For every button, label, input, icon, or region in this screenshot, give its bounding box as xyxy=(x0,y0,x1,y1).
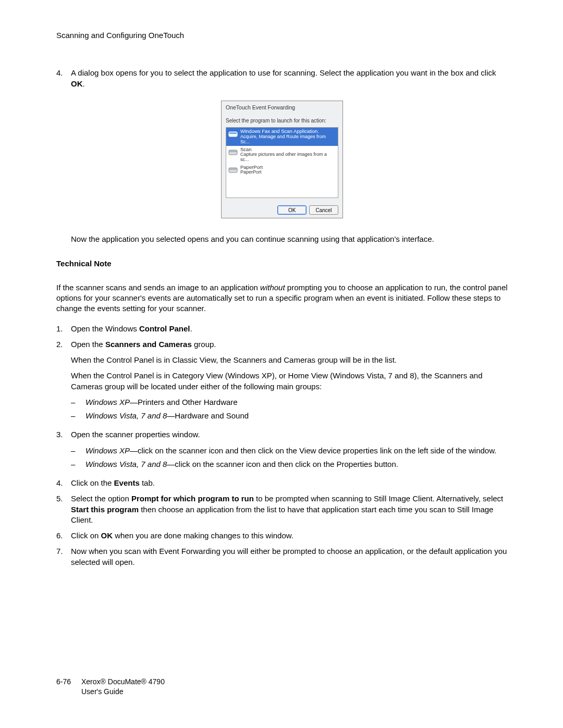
paragraph: If the scanner scans and sends an image … xyxy=(56,282,508,314)
text: —Printers and Other Hardware xyxy=(130,398,238,406)
italic-text: without xyxy=(260,283,285,292)
dash: – xyxy=(71,446,85,456)
scanner-icon xyxy=(228,147,238,157)
step-number: 4. xyxy=(56,478,71,488)
dash-list: –Windows XP—click on the scanner icon an… xyxy=(71,446,508,470)
bold-text: Start this program xyxy=(71,505,139,514)
scanner-icon xyxy=(228,165,238,175)
text: when you are done making changes to this… xyxy=(113,531,293,540)
footer-line-1: Xerox® DocuMate® 4790 xyxy=(81,677,165,686)
text: Click on the xyxy=(71,478,114,487)
step-3: 3. Open the scanner properties window. –… xyxy=(71,429,508,473)
list-item[interactable]: PaperPort PaperPort xyxy=(226,164,338,176)
bold-text: OK xyxy=(71,79,83,88)
step-text: A dialog box opens for you to select the… xyxy=(71,68,508,89)
italic-text: Windows Vista, 7 and 8 xyxy=(85,460,167,468)
step-4b: 4. Click on the Events tab. xyxy=(71,478,508,488)
text: A dialog box opens for you to select the… xyxy=(71,68,496,77)
step-4: 4. A dialog box opens for you to select … xyxy=(56,68,508,89)
step-number: 2. xyxy=(56,339,71,425)
technical-note-heading: Technical Note xyxy=(56,258,508,269)
dash-text: Windows XP—click on the scanner icon and… xyxy=(85,446,508,456)
dash: – xyxy=(71,411,85,421)
text: —click on the scanner icon and then clic… xyxy=(167,460,398,468)
dash: – xyxy=(71,459,85,470)
italic-text: Windows Vista, 7 and 8 xyxy=(85,411,167,420)
text: to be prompted when scanning to Still Im… xyxy=(254,494,503,503)
dialog-prompt: Select the program to launch for this ac… xyxy=(222,116,342,127)
bold-text: OK xyxy=(101,531,113,540)
bold-text: Prompt for which program to run xyxy=(131,494,254,503)
step-content: Click on OK when you are done making cha… xyxy=(71,530,508,541)
ok-button[interactable]: OK xyxy=(277,205,307,215)
item-text: Windows Fax and Scan Application. Acquir… xyxy=(240,129,336,144)
svg-rect-5 xyxy=(229,168,237,170)
step-5: 5. Select the option Prompt for which pr… xyxy=(71,493,508,525)
step-content: Select the option Prompt for which progr… xyxy=(71,493,508,525)
step-6: 6. Click on OK when you are done making … xyxy=(71,530,508,541)
dash-item: –Windows Vista, 7 and 8—Hardware and Sou… xyxy=(71,411,508,421)
dash: – xyxy=(71,397,85,408)
dash-text: Windows Vista, 7 and 8—Hardware and Soun… xyxy=(85,411,508,421)
event-forwarding-dialog: OneTouch Event Forwarding Select the pro… xyxy=(221,101,343,219)
text: . xyxy=(190,324,192,333)
item-sub: Acquire, Manage and Route images from Sc… xyxy=(240,134,336,145)
dash-text: Windows XP—Printers and Other Hardware xyxy=(85,397,508,408)
text: . xyxy=(83,79,85,88)
text: —click on the scanner icon and then clic… xyxy=(130,446,496,455)
item-text: Scan Capture pictures and other images f… xyxy=(240,147,336,163)
bold-text: Scanners and Cameras xyxy=(105,340,192,349)
document-page: Scanning and Configuring OneTouch 4. A d… xyxy=(0,0,563,728)
program-listbox[interactable]: Windows Fax and Scan Application. Acquir… xyxy=(226,127,338,198)
text: Open the Windows xyxy=(71,324,139,333)
step-content: Open the Windows Control Panel. xyxy=(71,324,508,334)
dash-list: –Windows XP—Printers and Other Hardware … xyxy=(71,397,508,422)
dash-item: –Windows XP—Printers and Other Hardware xyxy=(71,397,508,408)
step-number: 4. xyxy=(56,68,71,89)
step-content: Click on the Events tab. xyxy=(71,478,508,488)
footer-line-2: User's Guide xyxy=(81,687,123,696)
text: If the scanner scans and sends an image … xyxy=(56,283,260,292)
step-content: Open the scanner properties window. –Win… xyxy=(71,429,508,473)
list-item[interactable]: Windows Fax and Scan Application. Acquir… xyxy=(226,128,338,145)
step-2: 2. Open the Scanners and Cameras group. … xyxy=(71,339,508,425)
step-number: 6. xyxy=(56,530,71,541)
step-content: Now when you scan with Event Forwarding … xyxy=(71,546,508,567)
page-number: 6-76 xyxy=(56,677,81,687)
text: tab. xyxy=(140,478,155,487)
steps-list: 1. Open the Windows Control Panel. 2. Op… xyxy=(56,324,508,567)
text: Open the scanner properties window. xyxy=(71,430,200,439)
step-1: 1. Open the Windows Control Panel. xyxy=(71,324,508,334)
dialog-button-row: OK Cancel xyxy=(222,198,342,218)
svg-rect-3 xyxy=(229,151,237,152)
paragraph: Now the application you selected opens a… xyxy=(71,234,508,244)
bold-text: Control Panel xyxy=(139,324,190,333)
step-number: 5. xyxy=(56,493,71,525)
scanner-icon xyxy=(228,129,238,139)
dash-text: Windows Vista, 7 and 8—click on the scan… xyxy=(85,459,508,470)
bold-text: Events xyxy=(114,478,140,487)
sub-paragraph: When the Control Panel is in Classic Vie… xyxy=(71,355,508,365)
dialog-title: OneTouch Event Forwarding xyxy=(222,101,342,116)
text: Click on xyxy=(71,531,101,540)
step-number: 3. xyxy=(56,429,71,473)
item-sub: Capture pictures and other images from a… xyxy=(240,152,336,163)
page-header: Scanning and Configuring OneTouch xyxy=(56,30,508,41)
step-7: 7. Now when you scan with Event Forwardi… xyxy=(71,546,508,567)
text: —Hardware and Sound xyxy=(167,411,249,420)
text: group. xyxy=(192,340,216,349)
svg-rect-1 xyxy=(229,132,237,134)
italic-text: Windows XP xyxy=(85,398,130,406)
step-number: 7. xyxy=(56,546,71,567)
item-text: PaperPort PaperPort xyxy=(240,165,263,175)
text: Select the option xyxy=(71,494,131,503)
text: Open the xyxy=(71,340,105,349)
dash-item: –Windows Vista, 7 and 8—click on the sca… xyxy=(71,459,508,470)
step-content: Open the Scanners and Cameras group. Whe… xyxy=(71,339,508,425)
step-number: 1. xyxy=(56,324,71,334)
item-sub: PaperPort xyxy=(240,170,263,175)
list-item[interactable]: Scan Capture pictures and other images f… xyxy=(226,146,338,164)
italic-text: Windows XP xyxy=(85,446,130,455)
cancel-button[interactable]: Cancel xyxy=(309,205,338,215)
sub-paragraph: When the Control Panel is in Category Vi… xyxy=(71,371,508,392)
